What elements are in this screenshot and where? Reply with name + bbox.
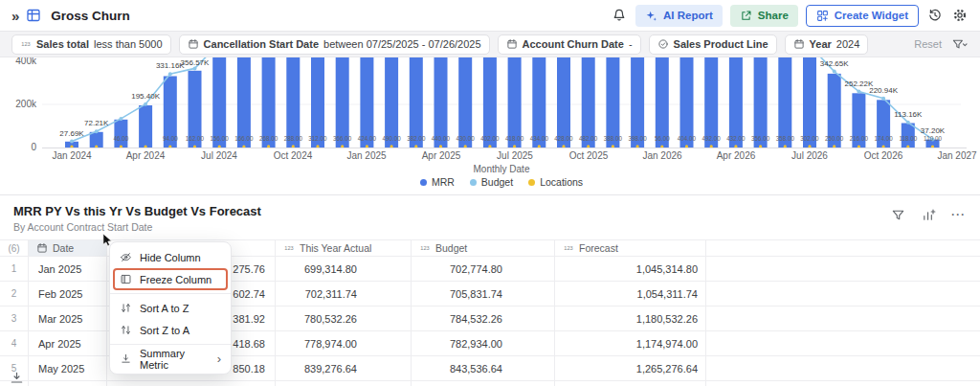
sort-az-icon: [120, 302, 132, 314]
actual-cell[interactable]: 839,276.64: [276, 356, 412, 380]
filter-funnel-icon[interactable]: [951, 37, 969, 52]
x-tick: Oct 2024: [259, 150, 326, 161]
svg-text:424.00: 424.00: [358, 135, 377, 142]
x-tick: Jul 2024: [186, 150, 253, 161]
share-label: Share: [758, 10, 789, 21]
svg-text:27.69K: 27.69K: [59, 129, 84, 138]
filter-chip-year[interactable]: Year2024: [785, 34, 869, 55]
date-cell[interactable]: Mar 2025: [29, 307, 107, 330]
table-filter-funnel-icon[interactable]: [889, 206, 906, 223]
date-cell[interactable]: Apr 2025: [29, 331, 107, 355]
actual-cell[interactable]: 516,357.72: [276, 381, 412, 386]
forecast-cell[interactable]: 1,054,311.74: [555, 282, 706, 306]
create-chart-icon[interactable]: [920, 206, 937, 223]
filter-label: Sales total: [36, 38, 89, 50]
column-header-this-year-actual[interactable]: 123This Year Actual: [276, 240, 412, 256]
budget-cell[interactable]: 843,536.64: [412, 356, 555, 380]
menu-item-sort-z-to-a[interactable]: Sort Z to A: [110, 319, 231, 341]
date-cell[interactable]: Jun 2025: [29, 381, 107, 386]
chart-plot[interactable]: 46.0094.00162.00156.00166.00268.00288.00…: [42, 57, 961, 148]
svg-text:312.00: 312.00: [308, 135, 327, 142]
py-cell[interactable]: 108.22: [107, 381, 276, 386]
menu-divider: [110, 293, 231, 294]
date-cell[interactable]: Feb 2025: [29, 282, 107, 306]
legend-locations[interactable]: Locations: [528, 176, 583, 188]
forecast-cell[interactable]: 1,265,276.64: [555, 356, 706, 380]
budget-cell[interactable]: 782,934.00: [412, 331, 555, 355]
share-icon: [740, 10, 752, 22]
filter-chip-cancellation-start-date[interactable]: Cancellation Start Datebetween 07/25/202…: [179, 34, 490, 55]
share-button[interactable]: Share: [730, 5, 798, 27]
row-number: 1: [0, 257, 29, 281]
settings-gear-icon[interactable]: [951, 7, 969, 24]
ai-report-button[interactable]: AI Report: [635, 5, 723, 27]
more-options-icon[interactable]: ⋯: [950, 210, 965, 219]
svg-text:490.00: 490.00: [382, 135, 401, 142]
eye-off-icon: [120, 251, 132, 263]
column-header-date[interactable]: Date: [29, 240, 107, 256]
svg-text:434.00: 434.00: [530, 135, 549, 142]
filter-chip-account-churn-date[interactable]: Account Churn Date-: [498, 34, 641, 55]
actual-cell[interactable]: 780,532.26: [276, 307, 412, 330]
x-tick: Jan 2024: [38, 150, 105, 161]
svg-text:492.00: 492.00: [702, 135, 722, 142]
number-icon: 123: [563, 242, 574, 254]
date-cell[interactable]: May 2025: [29, 356, 107, 380]
budget-cell[interactable]: 702,774.80: [412, 257, 555, 281]
reset-filters-button[interactable]: Reset: [914, 38, 942, 50]
filter-chip-sales-total[interactable]: 123Sales totalless than 5000: [11, 34, 171, 55]
download-icon[interactable]: [10, 371, 24, 385]
forecast-cell[interactable]: 1,045,314.80: [555, 257, 706, 281]
x-tick: Jan 2027: [924, 150, 980, 161]
legend-mrr[interactable]: MRR: [420, 176, 455, 188]
svg-text:216.00: 216.00: [850, 135, 869, 142]
date-cell[interactable]: Jan 2025: [29, 257, 107, 281]
menu-item-summary-metric[interactable]: Summary Metric›: [110, 348, 231, 370]
svg-text:268.00: 268.00: [259, 135, 278, 142]
budget-cell[interactable]: 784,532.26: [412, 307, 555, 330]
create-widget-label: Create Widget: [835, 10, 908, 21]
menu-divider: [110, 344, 231, 345]
table-row: 6Jun 2025108.22516,357.72518,977.72778,3…: [0, 381, 980, 386]
top-header: » Gross Churn AI Report Share Create Wid…: [0, 0, 980, 31]
column-header-budget[interactable]: 123Budget: [412, 240, 555, 256]
table-title: MRR PY Vs this Yr Vs Budget Vs Forecast: [13, 204, 261, 218]
menu-item-sort-a-to-z[interactable]: Sort A to Z: [110, 297, 231, 319]
column-label: Budget: [435, 242, 467, 254]
svg-text:46.00: 46.00: [114, 135, 129, 142]
number-icon: 123: [20, 38, 32, 50]
expand-sidebar-icon[interactable]: »: [11, 8, 18, 24]
menu-item-label: Sort Z to A: [140, 325, 189, 336]
create-widget-button[interactable]: Create Widget: [806, 5, 919, 27]
svg-text:72.21K: 72.21K: [84, 119, 109, 127]
filter-bar-right: Reset: [914, 37, 969, 52]
column-header-forecast[interactable]: 123Forecast: [555, 240, 706, 256]
x-tick: Apr 2024: [112, 150, 179, 161]
legend-budget[interactable]: Budget: [470, 176, 513, 188]
svg-text:404.00: 404.00: [678, 135, 697, 142]
menu-item-freeze-column[interactable]: Freeze Column: [113, 268, 228, 290]
x-axis-title: Monthly Date: [42, 164, 961, 174]
actual-cell[interactable]: 778,974.00: [276, 331, 412, 355]
number-icon: 123: [419, 242, 431, 254]
actual-cell[interactable]: 699,314.80: [276, 257, 412, 281]
notifications-bell-icon[interactable]: [611, 7, 628, 24]
forecast-cell[interactable]: 1,180,532.26: [555, 307, 706, 330]
svg-text:342.65K: 342.65K: [820, 59, 849, 68]
x-tick: Oct 2026: [850, 150, 917, 161]
actual-cell[interactable]: 702,311.74: [276, 282, 412, 306]
svg-text:174.00: 174.00: [874, 135, 893, 142]
x-tick: Jul 2026: [776, 150, 843, 161]
history-icon[interactable]: [926, 7, 944, 24]
column-context-menu: Hide ColumnFreeze ColumnSort A to ZSort …: [109, 241, 232, 375]
menu-item-hide-column[interactable]: Hide Column: [110, 246, 231, 268]
forecast-cell[interactable]: 778,357.72: [555, 381, 706, 386]
forecast-cell[interactable]: 1,174,974.00: [555, 331, 706, 355]
svg-text:358.00: 358.00: [776, 135, 795, 142]
x-tick: Jan 2025: [333, 150, 400, 161]
svg-text:440.00: 440.00: [432, 135, 451, 142]
budget-cell[interactable]: 705,831.74: [412, 282, 555, 306]
filter-chip-sales-product-line[interactable]: Sales Product Line: [649, 34, 777, 55]
budget-cell[interactable]: 518,977.72: [412, 381, 555, 386]
x-axis-line: [42, 148, 967, 148]
